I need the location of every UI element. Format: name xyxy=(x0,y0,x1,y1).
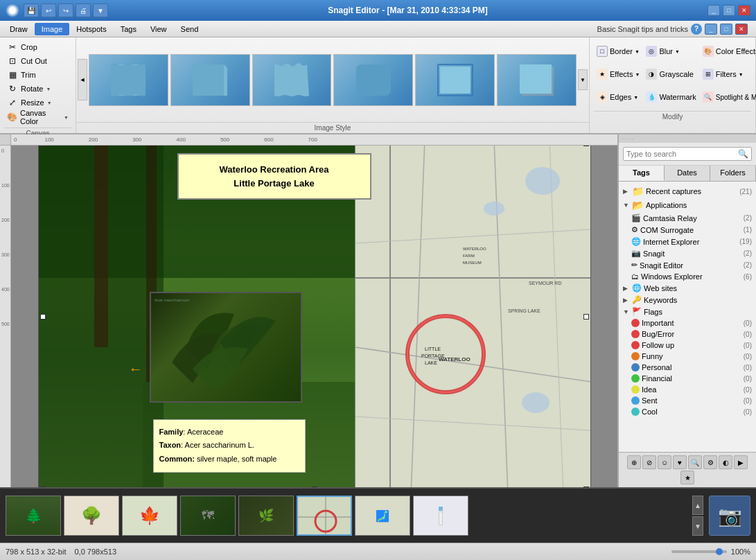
image-canvas[interactable]: SEYMOUR RD SPRING LAKE WATERLOO WATERLOO… xyxy=(38,146,591,487)
tree-item-snagit-editor[interactable]: ✏ Snagit Editor (2) xyxy=(630,259,753,271)
filmstrip-item-7[interactable]: 🗾 xyxy=(355,496,410,536)
crop-button[interactable]: ✂ Crop xyxy=(4,40,71,54)
selection-handle-bc[interactable] xyxy=(312,487,317,487)
filmstrip-item-5[interactable]: 🌿 xyxy=(238,496,294,536)
menu-send[interactable]: Send xyxy=(174,23,206,35)
watermark-button[interactable]: 💧 Watermark xyxy=(643,86,698,108)
help-close[interactable]: ✕ xyxy=(735,24,748,35)
tree-flag-important[interactable]: Important (0) xyxy=(630,317,753,329)
filmstrip-item-1[interactable]: 🌲 xyxy=(6,496,61,536)
style-thumb-2[interactable] xyxy=(170,54,250,106)
panel-btn-6[interactable]: ⚙ xyxy=(703,455,717,469)
tree-item-ie[interactable]: 🌐 Internet Explorer (19) xyxy=(630,236,753,247)
menu-view[interactable]: View xyxy=(143,23,174,35)
minimize-button[interactable]: _ xyxy=(707,5,720,16)
tree-item-snagit[interactable]: 📷 Snagit (2) xyxy=(630,247,753,259)
restore-button[interactable]: □ xyxy=(723,5,735,16)
selection-handle-bl[interactable] xyxy=(40,487,46,487)
panel-btn-4[interactable]: ♥ xyxy=(673,455,687,469)
filmstrip-item-6[interactable] xyxy=(297,496,352,536)
menu-image[interactable]: Image xyxy=(35,23,70,35)
tree-flag-idea[interactable]: Idea (0) xyxy=(630,384,753,395)
edges-button[interactable]: ◈ Edges▼ xyxy=(594,86,642,108)
filmstrip-scroll-up[interactable]: ▲ xyxy=(692,496,703,515)
panel-btn-8[interactable]: ▶ xyxy=(734,455,748,469)
filmstrip-item-8[interactable] xyxy=(413,496,468,536)
filmstrip-item-3[interactable]: 🍁 xyxy=(122,496,177,536)
menu-draw[interactable]: Draw xyxy=(3,23,35,35)
panel-btn-7[interactable]: ◐ xyxy=(719,455,732,469)
selection-handle-ml[interactable] xyxy=(40,314,46,320)
rotate-button[interactable]: ↻ Rotate ▼ xyxy=(4,82,71,96)
style-thumb-1[interactable] xyxy=(89,54,168,106)
tree-item-flags[interactable]: ▼ 🚩 Flags xyxy=(622,306,753,317)
tree-flag-funny[interactable]: Funny (0) xyxy=(630,351,753,362)
tree-flag-followup[interactable]: Follow up (0) xyxy=(630,340,753,351)
trim-button[interactable]: ▦ Trim xyxy=(4,68,71,82)
camera-button[interactable]: 📷 xyxy=(709,496,750,536)
selection-handle-tr[interactable] xyxy=(583,146,589,146)
customize-button[interactable]: ▼ xyxy=(93,3,108,17)
menu-tags[interactable]: Tags xyxy=(114,23,143,35)
panel-btn-3[interactable]: ☺ xyxy=(658,455,671,469)
selection-handle-mr[interactable] xyxy=(583,314,589,320)
cutout-button[interactable]: ⊡ Cut Out xyxy=(4,54,71,68)
tab-folders[interactable]: Folders xyxy=(710,166,756,181)
tree-flag-sent[interactable]: Sent (0) xyxy=(630,395,753,406)
grayscale-button[interactable]: ◑ Grayscale xyxy=(643,63,698,85)
imagestyle-dropdown[interactable]: ▼ xyxy=(578,69,588,90)
tree-flag-financial[interactable]: Financial (0) xyxy=(630,373,753,384)
panel-btn-2[interactable]: ⊘ xyxy=(642,455,656,469)
zoom-thumb[interactable] xyxy=(716,548,723,555)
tree-item-websites[interactable]: ▶ 🌐 Web sites xyxy=(622,282,753,294)
effects-button[interactable]: ★ Effects▼ xyxy=(594,63,642,85)
filmstrip-scroll-down[interactable]: ▼ xyxy=(692,516,703,536)
tree-flag-cool[interactable]: Cool (0) xyxy=(630,406,753,417)
menu-hotspots[interactable]: Hotspots xyxy=(69,23,113,35)
tree-item-camtasia[interactable]: 🎬 Camtasia Relay (2) xyxy=(630,212,753,224)
save-button[interactable]: 💾 xyxy=(24,3,39,17)
help-minimize[interactable]: _ xyxy=(705,24,717,35)
selection-handle-br[interactable] xyxy=(583,487,589,487)
filters-button[interactable]: ⊞ Filters▼ xyxy=(700,63,756,85)
tree-item-keywords[interactable]: ▶ 🔑 Keywords xyxy=(622,294,753,306)
tab-dates[interactable]: Dates xyxy=(665,166,710,181)
close-button[interactable]: ✕ xyxy=(738,5,750,16)
style-thumb-5[interactable] xyxy=(415,54,495,106)
style-thumb-6[interactable] xyxy=(497,54,577,106)
text-callout[interactable]: Waterloo Recreation Area Little Portage … xyxy=(177,153,371,200)
search-input-wrap[interactable]: 🔍 xyxy=(623,147,752,161)
zoom-slider[interactable] xyxy=(671,550,727,553)
tree-item-windows-explorer[interactable]: 🗂 Windows Explorer (6) xyxy=(630,271,753,282)
style-thumb-4[interactable] xyxy=(333,54,413,106)
canvas-color-button[interactable]: 🎨 Canvas Color ▼ xyxy=(4,110,71,125)
panel-btn-5[interactable]: 🔍 xyxy=(688,455,702,469)
panel-btn-1[interactable]: ⊕ xyxy=(627,455,641,469)
redo-button[interactable]: ↪ xyxy=(58,3,73,17)
blur-button[interactable]: ◎ Blur▼ xyxy=(643,40,698,62)
filmstrip-item-2[interactable]: 🌳 xyxy=(64,496,119,536)
color-effects-button[interactable]: 🎨 Color Effects▼ xyxy=(700,40,756,62)
tree-item-com[interactable]: ⚙ COM Surrogate (1) xyxy=(630,224,753,236)
undo-button[interactable]: ↩ xyxy=(41,3,56,17)
selection-handle-tl[interactable] xyxy=(40,146,46,146)
tree-flag-personal[interactable]: Personal (0) xyxy=(630,362,753,373)
search-input[interactable] xyxy=(626,150,738,158)
style-thumb-3[interactable] xyxy=(252,54,332,106)
canvas-content[interactable]: SEYMOUR RD SPRING LAKE WATERLOO WATERLOO… xyxy=(11,146,617,487)
filmstrip-item-4[interactable]: 🗺 xyxy=(180,496,236,536)
panel-btn-9[interactable]: ★ xyxy=(680,471,694,484)
resize-button[interactable]: ⤢ Resize ▼ xyxy=(4,96,71,110)
tree-item-applications[interactable]: ▼ 📂 Applications xyxy=(622,198,753,212)
help-restore[interactable]: □ xyxy=(720,24,732,35)
tree-item-recent[interactable]: ▶ 📁 Recent captures (21) xyxy=(622,184,753,198)
border-button[interactable]: □ Border▼ xyxy=(594,40,642,62)
help-icon[interactable]: ? xyxy=(691,24,702,35)
spotlight-button[interactable]: 🔍 Spotlight & Magnify xyxy=(700,86,756,108)
print-button[interactable]: 🖨 xyxy=(76,3,91,17)
tree-flag-bug[interactable]: Bug/Error (0) xyxy=(630,329,753,340)
selection-handle-tc[interactable] xyxy=(312,146,317,146)
imagestyle-prev[interactable]: ◄ xyxy=(78,59,87,100)
resize-dropdown-arrow: ▼ xyxy=(47,100,52,105)
tab-tags[interactable]: Tags xyxy=(619,166,665,181)
